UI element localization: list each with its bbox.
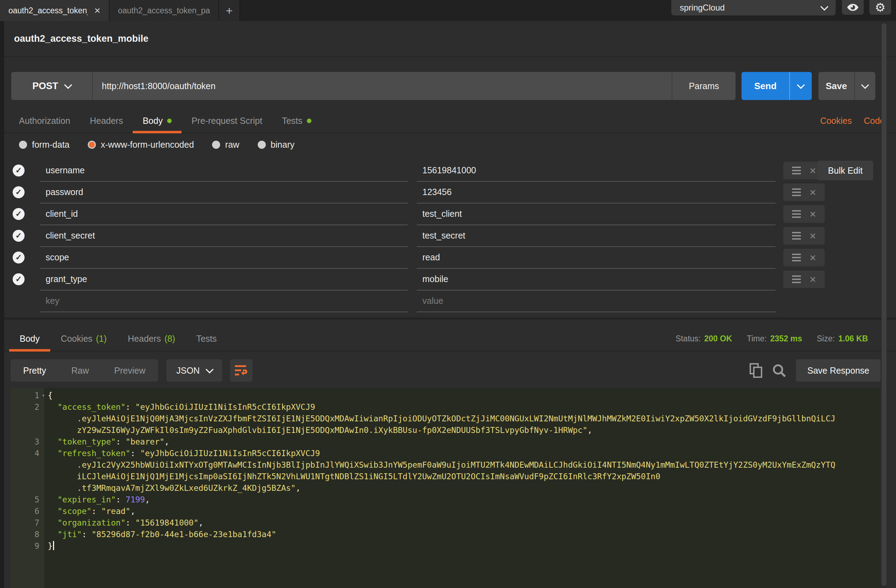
value-field[interactable]: 123456 — [417, 181, 776, 204]
radio-icon[interactable] — [19, 141, 27, 149]
response-tab-cookies[interactable]: Cookies(1) — [50, 326, 117, 351]
code-token — [48, 507, 58, 516]
code-line: iLCJleHAiOjE1NjQ1MjE1MjcsImp0aSI6IjNhZTk… — [11, 471, 881, 482]
cookies-link[interactable]: Cookies — [820, 116, 852, 126]
send-options-button[interactable] — [789, 72, 812, 100]
format-select[interactable]: JSON — [166, 359, 222, 382]
checkbox-checked-icon[interactable]: ✓ — [13, 252, 24, 263]
response-body-editor[interactable]: 1▾{2 "access_token": "eyJhbGciOiJIUzI1Ni… — [11, 387, 881, 588]
row-checkbox-cell: ✓ — [11, 164, 40, 176]
line-number — [11, 482, 44, 494]
row-checkbox-cell: ✓ — [11, 252, 40, 263]
body-type-raw[interactable]: raw — [212, 140, 239, 150]
checkbox-checked-icon[interactable]: ✓ — [13, 230, 24, 242]
code-line: 2 "access_token": "eyJhbGciOiJIUzI1NiIsI… — [11, 401, 881, 413]
remove-row-icon[interactable]: × — [810, 209, 816, 220]
body-type-binary[interactable]: binary — [258, 140, 294, 150]
radio-icon[interactable] — [88, 141, 96, 149]
value-field[interactable]: test_client — [417, 203, 776, 225]
drag-handle-icon[interactable] — [792, 170, 801, 171]
scrollbar-thumb[interactable] — [882, 23, 887, 586]
tab-authorization[interactable]: Authorization — [9, 109, 80, 133]
fold-arrow-icon[interactable]: ▾ — [42, 390, 45, 401]
workspace-tab[interactable]: oauth2_access_token_passw — [110, 0, 219, 21]
save-options-button[interactable] — [854, 72, 875, 100]
radio-icon[interactable] — [258, 141, 266, 149]
value-field[interactable]: test_secret — [417, 225, 776, 247]
code-line: .eyJ1c2VyX25hbWUiOiIxNTYxOTg0MTAwMCIsInN… — [11, 459, 881, 471]
environment-preview-button[interactable] — [842, 0, 864, 15]
new-tab-button[interactable]: + — [219, 0, 240, 21]
drag-handle-icon[interactable] — [792, 213, 801, 215]
radio-label: x-www-form-urlencoded — [101, 140, 194, 150]
view-mode-pretty[interactable]: Pretty — [11, 366, 59, 376]
key-field[interactable]: username — [40, 159, 408, 182]
remove-row-icon[interactable]: × — [810, 187, 816, 198]
response-tab-headers[interactable]: Headers(8) — [117, 326, 186, 351]
tab-body[interactable]: Body — [133, 109, 181, 133]
view-mode-preview[interactable]: Preview — [102, 366, 158, 376]
workspace-tab[interactable]: oauth2_access_token_× — [0, 0, 110, 21]
tab-label: Body — [143, 116, 163, 126]
size-badge: Size: 1.06 KB — [817, 334, 868, 343]
code-token: "eyJhbGciOiJIUzI1NiIsInR5cCI6IkpXVCJ9 — [140, 449, 320, 458]
key-field[interactable]: key — [40, 290, 408, 312]
tab-headers[interactable]: Headers — [80, 109, 133, 133]
line-number: 8 — [11, 529, 44, 540]
vertical-scrollbar[interactable] — [881, 21, 887, 588]
environment-select[interactable]: springCloud — [671, 0, 836, 15]
value-field[interactable]: value — [417, 290, 776, 312]
checkbox-checked-icon[interactable]: ✓ — [13, 208, 24, 220]
radio-icon[interactable] — [212, 141, 220, 149]
environment-name: springCloud — [680, 3, 725, 13]
checkbox-checked-icon[interactable]: ✓ — [13, 164, 24, 176]
response-tab-tests[interactable]: Tests — [186, 326, 227, 351]
value-field[interactable]: read — [417, 246, 776, 269]
tab-tests[interactable]: Tests — [272, 109, 321, 133]
key-field[interactable]: scope — [40, 246, 408, 269]
save-button[interactable]: Save — [818, 72, 854, 100]
send-button[interactable]: Send — [742, 72, 789, 100]
drag-handle-icon[interactable] — [792, 235, 801, 237]
line-number: 1▾ — [11, 390, 44, 401]
value-field[interactable]: mobile — [417, 268, 776, 290]
key-field[interactable]: client_secret — [40, 225, 408, 247]
save-response-button[interactable]: Save Response — [796, 359, 881, 382]
url-input[interactable]: http://host1:8000/oauth/token — [93, 72, 672, 100]
radio-label: binary — [271, 140, 294, 150]
key-field[interactable]: grant_type — [40, 268, 408, 290]
checkbox-checked-icon[interactable]: ✓ — [13, 273, 24, 285]
window-left-edge — [0, 21, 4, 588]
copy-response-button[interactable] — [750, 363, 762, 378]
body-type-x-www-form-urlencoded[interactable]: x-www-form-urlencoded — [88, 140, 194, 150]
remove-row-icon[interactable]: × — [810, 274, 816, 285]
search-response-button[interactable] — [772, 363, 786, 377]
remove-row-icon[interactable]: × — [810, 252, 816, 263]
settings-button[interactable]: ⚙ — [869, 0, 891, 15]
close-icon[interactable]: × — [94, 5, 101, 16]
value-field[interactable]: 15619841000 — [417, 159, 776, 182]
remove-row-icon[interactable]: × — [810, 231, 816, 242]
remove-row-icon[interactable]: × — [810, 165, 816, 176]
checkbox-checked-icon[interactable]: ✓ — [13, 186, 24, 198]
body-type-form-data[interactable]: form-data — [19, 140, 70, 150]
method-select[interactable]: POST — [11, 72, 93, 100]
drag-handle-icon[interactable] — [792, 191, 801, 193]
response-tabs: BodyCookies(1)Headers(8)Tests Status: 20… — [4, 326, 896, 351]
key-field[interactable]: client_id — [40, 203, 408, 225]
bulk-edit-button[interactable]: Bulk Edit — [817, 161, 873, 180]
section-divider — [4, 318, 896, 320]
code-token — [48, 530, 58, 539]
tab-pre-request-script[interactable]: Pre-request Script — [181, 109, 272, 133]
view-mode-raw[interactable]: Raw — [59, 366, 102, 376]
key-field[interactable]: password — [40, 181, 408, 204]
drag-handle-icon[interactable] — [792, 278, 801, 280]
row-checkbox-cell: ✓ — [11, 186, 40, 198]
table-row: ✓scoperead× — [11, 247, 825, 268]
wrap-lines-button[interactable] — [230, 359, 253, 382]
row-actions: × — [783, 205, 825, 223]
drag-handle-icon[interactable] — [792, 257, 801, 258]
response-tab-body[interactable]: Body — [9, 326, 50, 351]
params-button[interactable]: Params — [672, 72, 736, 100]
url-box: POST http://host1:8000/oauth/token Param… — [11, 72, 736, 100]
